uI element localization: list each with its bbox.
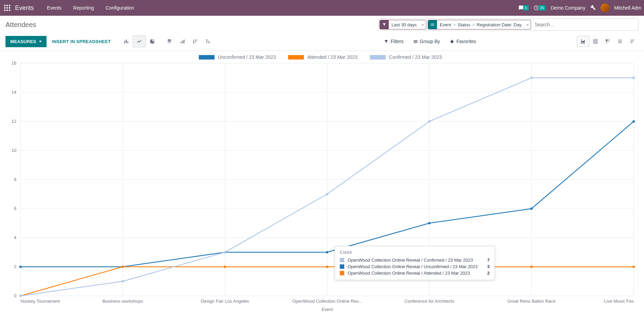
svg-rect-22 bbox=[608, 39, 610, 40]
svg-rect-21 bbox=[606, 39, 607, 41]
page-title: Attendees bbox=[5, 21, 36, 29]
tooltip-row: OpenWood Collection Online Reveal / Conf… bbox=[340, 257, 490, 263]
pivot-view-icon[interactable] bbox=[589, 36, 602, 47]
cumulative-icon[interactable] bbox=[176, 36, 189, 47]
pie-chart-icon[interactable] bbox=[146, 36, 159, 47]
tooltip-row: OpenWood Collection Online Reveal / Atte… bbox=[340, 270, 490, 276]
svg-point-63 bbox=[428, 222, 430, 224]
svg-text:2: 2 bbox=[14, 264, 16, 269]
svg-rect-12 bbox=[127, 42, 128, 43]
svg-rect-19 bbox=[184, 40, 184, 43]
group-facet-close[interactable]: × bbox=[524, 22, 531, 27]
tooltip-row: OpenWood Collection Online Reveal / Unco… bbox=[340, 263, 490, 270]
legend-item[interactable]: Attended / 23 Mar 2023 bbox=[288, 54, 357, 60]
svg-point-59 bbox=[20, 266, 22, 268]
svg-text:14: 14 bbox=[12, 90, 16, 95]
messaging-badge: 5 bbox=[523, 5, 529, 11]
svg-text:Great Reno Ballon Race: Great Reno Ballon Race bbox=[507, 299, 556, 304]
svg-rect-17 bbox=[181, 41, 182, 43]
svg-rect-7 bbox=[7, 10, 8, 11]
user-name[interactable]: Mitchell Adm bbox=[614, 5, 641, 11]
svg-rect-23 bbox=[608, 41, 610, 42]
svg-point-78 bbox=[530, 77, 533, 79]
group-icon bbox=[428, 20, 437, 29]
svg-rect-4 bbox=[7, 7, 8, 9]
activities-icon[interactable]: 25 bbox=[533, 5, 546, 11]
tooltip-title: Count bbox=[340, 250, 490, 255]
group-facet: Event > Status > Registration Date: Day … bbox=[428, 20, 531, 29]
svg-rect-8 bbox=[9, 10, 10, 11]
svg-text:Hockey Tournament: Hockey Tournament bbox=[21, 299, 60, 304]
messaging-icon[interactable]: 5 bbox=[518, 5, 529, 11]
search-input[interactable] bbox=[532, 22, 638, 27]
stacked-icon[interactable] bbox=[163, 36, 176, 47]
graph-view-icon[interactable] bbox=[577, 36, 589, 47]
svg-point-71 bbox=[530, 266, 533, 268]
bar-chart-icon[interactable] bbox=[120, 36, 133, 47]
svg-point-79 bbox=[633, 77, 635, 79]
svg-point-14 bbox=[167, 41, 171, 42]
svg-rect-24 bbox=[606, 42, 607, 43]
svg-point-13 bbox=[167, 39, 171, 41]
legend-item[interactable]: Unconfirmed / 23 Mar 2023 bbox=[199, 54, 276, 60]
svg-text:8: 8 bbox=[14, 177, 16, 182]
debug-icon[interactable] bbox=[590, 5, 596, 11]
svg-point-68 bbox=[224, 266, 226, 268]
line-chart-icon[interactable] bbox=[133, 36, 146, 47]
user-avatar[interactable] bbox=[601, 3, 609, 12]
sort-desc-icon[interactable] bbox=[189, 36, 202, 47]
control-panel: Attendees Last 30 days × Event > Status … bbox=[0, 16, 644, 51]
main-navbar: Events Events Reporting Configuration 5 … bbox=[0, 0, 644, 16]
svg-point-73 bbox=[20, 295, 22, 297]
svg-point-15 bbox=[167, 42, 171, 43]
filter-facet: Last 30 days × bbox=[379, 20, 426, 29]
insert-spreadsheet-button[interactable]: INSERT IN SPREADSHEET bbox=[47, 36, 116, 47]
svg-rect-5 bbox=[9, 7, 10, 9]
kanban-view-icon[interactable] bbox=[626, 36, 639, 47]
filter-facet-close[interactable]: × bbox=[420, 22, 426, 27]
svg-text:16: 16 bbox=[12, 61, 16, 66]
cohort-view-icon[interactable] bbox=[602, 36, 614, 47]
svg-point-67 bbox=[121, 266, 124, 268]
filters-dropdown[interactable]: Filters bbox=[384, 39, 403, 44]
svg-rect-18 bbox=[182, 40, 183, 43]
nav-reporting[interactable]: Reporting bbox=[68, 5, 99, 11]
svg-text:10: 10 bbox=[12, 148, 16, 153]
measures-button[interactable]: MEASURES bbox=[5, 36, 47, 47]
legend-item[interactable]: Confirmed / 23 Mar 2023 bbox=[370, 54, 442, 60]
search-bar[interactable]: Last 30 days × Event > Status > Registra… bbox=[378, 18, 639, 31]
sort-asc-icon[interactable] bbox=[202, 36, 215, 47]
svg-point-69 bbox=[326, 266, 329, 268]
nav-configuration[interactable]: Configuration bbox=[101, 5, 139, 11]
svg-rect-1 bbox=[7, 5, 8, 6]
svg-point-65 bbox=[633, 120, 635, 123]
svg-point-72 bbox=[633, 266, 635, 268]
filter-icon bbox=[380, 20, 389, 29]
svg-text:OpenWood Collection Online Rev: OpenWood Collection Online Rev... bbox=[292, 299, 362, 304]
favorites-dropdown[interactable]: Favorites bbox=[450, 39, 476, 44]
svg-text:Conference for Architects: Conference for Architects bbox=[404, 299, 454, 304]
groupby-dropdown[interactable]: Group By bbox=[413, 39, 440, 44]
apps-icon[interactable] bbox=[4, 5, 10, 11]
svg-rect-2 bbox=[9, 5, 10, 6]
list-view-icon[interactable] bbox=[614, 36, 626, 47]
svg-text:Business workshops: Business workshops bbox=[102, 299, 143, 304]
svg-rect-11 bbox=[126, 40, 127, 43]
svg-text:Live Music Fes: Live Music Fes bbox=[604, 299, 634, 304]
company-switcher[interactable]: Demo Company bbox=[551, 5, 585, 11]
activities-badge: 25 bbox=[538, 5, 546, 11]
line-chart[interactable]: 0246810121416Hockey TournamentBusiness w… bbox=[0, 60, 637, 313]
nav-events[interactable]: Events bbox=[42, 5, 66, 11]
app-brand[interactable]: Events bbox=[15, 4, 34, 12]
svg-text:4: 4 bbox=[14, 235, 16, 240]
svg-rect-16 bbox=[180, 42, 181, 43]
svg-rect-0 bbox=[4, 5, 5, 6]
svg-point-76 bbox=[326, 193, 329, 195]
chart-tooltip: Count OpenWood Collection Online Reveal … bbox=[335, 246, 495, 280]
svg-rect-25 bbox=[606, 43, 607, 43]
svg-point-77 bbox=[428, 120, 430, 123]
svg-text:Event: Event bbox=[321, 307, 333, 312]
svg-text:12: 12 bbox=[12, 119, 16, 124]
svg-rect-20 bbox=[593, 39, 597, 43]
filter-facet-label: Last 30 days bbox=[389, 22, 420, 27]
